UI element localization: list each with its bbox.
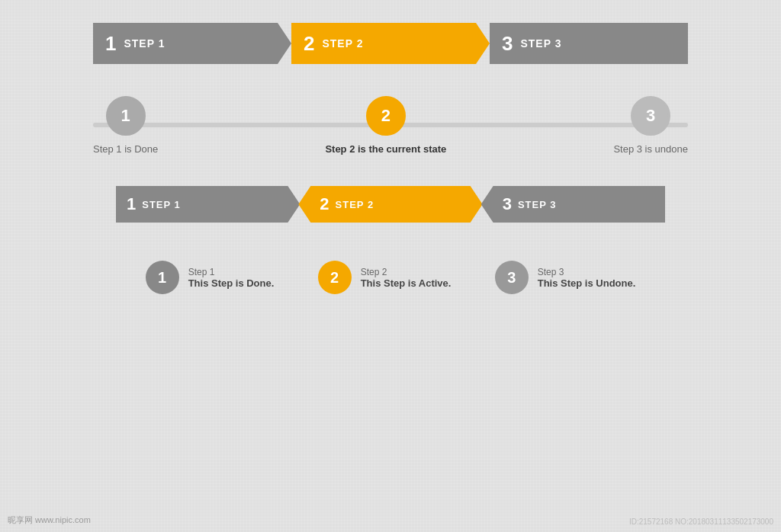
ribbon-steps-section: 1 STEP 1 2 STEP 2 3 STEP 3 [116,186,665,223]
step1-num: 1 [105,32,116,56]
step3-num: 3 [502,32,513,56]
icon3-circle: 3 [495,261,529,294]
circle2-label: Step 2 is the current state [325,143,446,155]
circle-steps-section: 1 Step 1 is Done 2 Step 2 is the current… [93,102,688,148]
icon1-title: Step 1 [188,267,275,277]
icon3-title: Step 3 [538,267,636,277]
step3-label: STEP 3 [520,37,561,50]
icon1-text: Step 1 This Step is Done. [188,267,275,289]
circle3-num: 3 [631,96,670,136]
ribbon3-label: STEP 3 [518,199,557,210]
circle-step-3[interactable]: 3 Step 3 is undone [613,96,688,155]
arrow-step-2[interactable]: 2 STEP 2 [291,23,490,64]
progress-track: 1 Step 1 is Done 2 Step 2 is the current… [93,102,688,148]
icon3-desc: This Step is Undone. [538,277,636,289]
icon1-desc: This Step is Done. [188,277,275,289]
circle1-num: 1 [106,96,146,136]
circle-steps-row: 1 Step 1 is Done 2 Step 2 is the current… [93,96,688,155]
ribbon1-num: 1 [127,194,136,214]
step2-num: 2 [304,32,314,56]
circle3-label: Step 3 is undone [613,143,688,155]
step1-label: STEP 1 [124,37,165,50]
ribbon-step-2[interactable]: 2 STEP 2 [298,186,482,223]
watermark-left: 昵享网 www.nipic.com [8,514,91,526]
icon2-text: Step 2 This Step is Active. [361,267,452,289]
icon3-text: Step 3 This Step is Undone. [538,267,636,289]
circle1-label: Step 1 is Done [93,143,158,155]
icon-step-1[interactable]: 1 Step 1 This Step is Done. [146,261,275,294]
icon2-title: Step 2 [361,267,452,277]
arrow-step-3[interactable]: 3 STEP 3 [490,23,688,64]
icon1-circle: 1 [146,261,179,294]
arrow-steps-section: 1 STEP 1 2 STEP 2 3 STEP 3 [93,23,688,64]
icon2-desc: This Step is Active. [361,277,452,289]
icon2-circle: 2 [318,261,352,294]
circle-step-1[interactable]: 1 Step 1 is Done [93,96,158,155]
ribbon-step-1[interactable]: 1 STEP 1 [116,186,300,223]
icon-step-3[interactable]: 3 Step 3 This Step is Undone. [495,261,636,294]
ribbon2-label: STEP 2 [336,199,374,210]
step2-label: STEP 2 [322,37,363,50]
watermark-right: ID:21572168 NO:20180311133502173000 [629,518,773,526]
circle-step-2[interactable]: 2 Step 2 is the current state [325,96,446,155]
circle2-num: 2 [366,96,406,136]
icon-steps-section: 1 Step 1 This Step is Done. 2 Step 2 Thi… [124,261,657,294]
ribbon1-label: STEP 1 [142,199,181,210]
arrow-step-1[interactable]: 1 STEP 1 [93,23,291,64]
icon-step-2[interactable]: 2 Step 2 This Step is Active. [318,261,452,294]
ribbon3-num: 3 [503,194,512,214]
ribbon2-num: 2 [320,194,329,214]
ribbon-step-3[interactable]: 3 STEP 3 [481,186,665,223]
